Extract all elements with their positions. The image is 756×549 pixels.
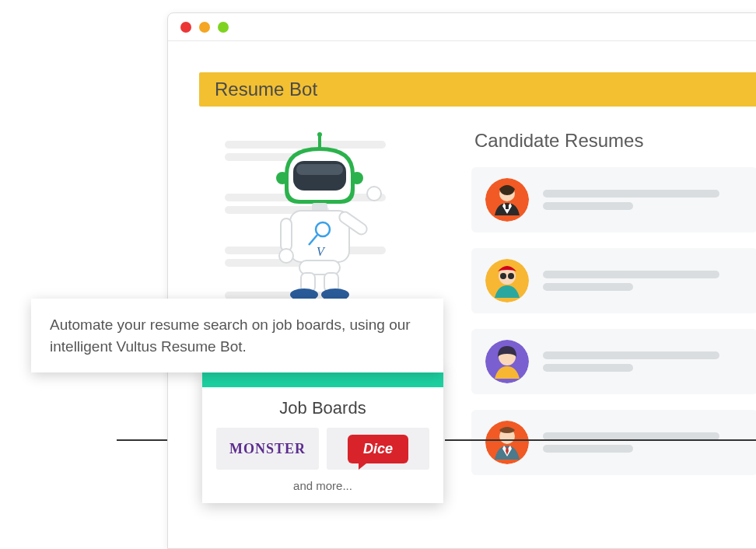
robot-icon: V	[242, 131, 397, 302]
header-bar: Resume Bot	[199, 72, 756, 107]
svg-point-5	[351, 172, 363, 184]
close-icon[interactable]	[180, 22, 191, 33]
minimize-icon[interactable]	[199, 22, 210, 33]
placeholder-line	[543, 445, 633, 453]
avatar-icon	[485, 421, 529, 464]
description-text: Automate your resume search on job board…	[50, 316, 411, 355]
description-card: Automate your resume search on job board…	[31, 299, 443, 372]
dice-logo: Dice	[348, 435, 408, 463]
candidate-row[interactable]	[471, 167, 756, 233]
connector-line	[445, 439, 756, 441]
svg-point-12	[279, 249, 293, 263]
svg-point-4	[276, 172, 289, 184]
window-titlebar	[168, 13, 756, 41]
placeholder-line	[543, 271, 719, 278]
placeholder-line	[543, 190, 719, 198]
svg-point-1	[317, 132, 322, 137]
avatar-icon	[485, 178, 529, 222]
placeholder-line	[543, 202, 633, 210]
svg-rect-22	[506, 205, 509, 209]
jobboards-more: and more...	[216, 479, 429, 492]
placeholder-line	[543, 283, 633, 291]
avatar-icon	[485, 259, 529, 302]
svg-point-26	[508, 273, 514, 279]
candidates-panel: Candidate Resumes	[471, 122, 756, 491]
candidate-row[interactable]	[471, 410, 756, 475]
svg-point-14	[367, 187, 381, 201]
monster-logo: MONSTER	[229, 441, 306, 457]
candidates-title: Candidate Resumes	[471, 130, 756, 152]
robot-card: V	[211, 122, 429, 310]
connector-line	[117, 439, 167, 441]
candidate-row[interactable]	[471, 248, 756, 313]
jobboard-dice[interactable]: Dice	[327, 428, 429, 470]
svg-rect-6	[312, 203, 327, 211]
maximize-icon[interactable]	[218, 22, 229, 33]
svg-rect-11	[281, 219, 292, 251]
svg-rect-3	[296, 164, 343, 175]
page-title: Resume Bot	[215, 79, 317, 100]
candidate-row[interactable]	[471, 329, 756, 394]
svg-point-25	[500, 273, 506, 279]
jobboard-monster[interactable]: MONSTER	[216, 428, 319, 470]
jobboards-title: Job Boards	[216, 398, 429, 418]
placeholder-line	[543, 351, 719, 359]
jobboards-card: Job Boards MONSTER Dice and more...	[202, 369, 443, 503]
avatar-icon	[485, 340, 529, 383]
placeholder-line	[543, 364, 633, 372]
